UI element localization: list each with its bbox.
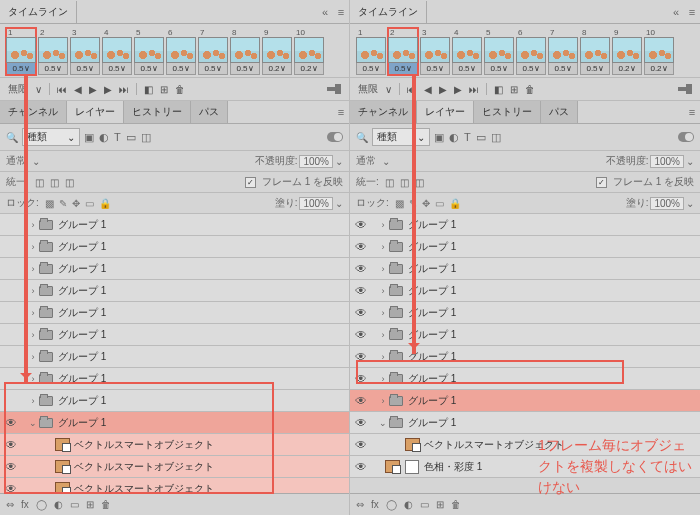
timeline-frame[interactable]: 80.5∨ (580, 28, 610, 75)
unify-vis-icon[interactable]: ◫ (400, 177, 409, 188)
frame-duration[interactable]: 0.5∨ (38, 63, 68, 75)
filter-switch[interactable] (327, 132, 343, 142)
timeline-frame[interactable]: 60.5∨ (516, 28, 546, 75)
layer-group[interactable]: ›グループ 1 (0, 390, 349, 412)
tab-timeline[interactable]: タイムライン (350, 1, 427, 23)
filter-type-icon[interactable]: T (114, 131, 121, 143)
panel-menu-icon[interactable]: ≡ (333, 104, 349, 120)
tab-history[interactable]: ヒストリー (124, 101, 191, 123)
visibility-icon[interactable]: 👁 (0, 460, 22, 474)
fx-icon[interactable]: fx (371, 499, 379, 510)
chevron-right-icon[interactable]: › (28, 308, 38, 318)
layer-group[interactable]: ›グループ 1 (0, 280, 349, 302)
visibility-icon[interactable]: 👁 (350, 262, 372, 276)
tab-channel[interactable]: チャンネル (350, 101, 417, 123)
timeline-frame[interactable]: 80.5∨ (230, 28, 260, 75)
layer-group[interactable]: ›グループ 1 (0, 368, 349, 390)
tab-timeline[interactable]: タイムライン (0, 1, 77, 23)
visibility-icon[interactable]: 👁 (350, 306, 372, 320)
kind-filter-select[interactable]: 種類⌄ (372, 128, 430, 146)
chevron-right-icon[interactable]: › (28, 286, 38, 296)
frame-duration[interactable]: 0.5∨ (484, 63, 514, 75)
timeline-frame[interactable]: 10.5∨ (356, 28, 386, 75)
chevron-right-icon[interactable]: › (28, 264, 38, 274)
visibility-icon[interactable]: 👁 (350, 394, 372, 408)
frame-duration[interactable]: 0.5∨ (420, 63, 450, 75)
frame-duration[interactable]: 0.5∨ (580, 63, 610, 75)
timeline-frame[interactable]: 10.5∨ (6, 28, 36, 75)
delete-layer-icon[interactable]: 🗑 (101, 499, 111, 510)
visibility-icon[interactable]: 👁 (350, 328, 372, 342)
layer-group[interactable]: 👁›グループ 1 (350, 324, 700, 346)
chevron-right-icon[interactable]: › (28, 242, 38, 252)
layer-smartobject[interactable]: 👁ベクトルスマートオブジェクト (0, 434, 349, 456)
collapse-icon[interactable]: « (317, 4, 333, 20)
frame-duration[interactable]: 0.5∨ (516, 63, 546, 75)
frame-duration[interactable]: 0.5∨ (452, 63, 482, 75)
chevron-down-icon[interactable]: ⌄ (28, 418, 38, 428)
panel-menu-icon[interactable]: ≡ (684, 104, 700, 120)
chevron-right-icon[interactable]: › (28, 352, 38, 362)
panel-menu-icon[interactable]: ≡ (333, 4, 349, 20)
tween-icon[interactable]: ◧ (144, 84, 153, 95)
tab-layer[interactable]: レイヤー (67, 101, 124, 123)
lock-nest-icon[interactable]: ▭ (435, 198, 444, 209)
link-icon[interactable]: ⇔ (356, 499, 364, 510)
timeline-frame[interactable]: 90.2∨ (612, 28, 642, 75)
chevron-right-icon[interactable]: › (28, 220, 38, 230)
unify-style-icon[interactable]: ◫ (65, 177, 74, 188)
chevron-right-icon[interactable]: › (378, 308, 388, 318)
loop-select[interactable]: 無限 (358, 82, 378, 96)
chevron-right-icon[interactable]: › (378, 220, 388, 230)
layer-group[interactable]: 👁⌄グループ 1 (350, 412, 700, 434)
last-frame-icon[interactable]: ⏭ (469, 84, 479, 95)
filter-image-icon[interactable]: ▣ (84, 131, 94, 144)
mask-icon[interactable]: ◯ (36, 499, 47, 510)
lock-trans-icon[interactable]: ▩ (395, 198, 404, 209)
visibility-icon[interactable]: 👁 (350, 350, 372, 364)
filter-type-icon[interactable]: T (464, 131, 471, 143)
convert-timeline-icon[interactable] (678, 84, 692, 94)
frame-duration[interactable]: 0.5∨ (6, 63, 36, 75)
group-icon[interactable]: ▭ (70, 499, 79, 510)
timeline-frame[interactable]: 70.5∨ (198, 28, 228, 75)
frame-duration[interactable]: 0.5∨ (134, 63, 164, 75)
new-layer-icon[interactable]: ⊞ (436, 499, 444, 510)
opacity-input[interactable]: 100% (650, 155, 684, 168)
layer-group[interactable]: 👁›グループ 1 (350, 280, 700, 302)
chevron-right-icon[interactable]: › (378, 352, 388, 362)
lock-pos-icon[interactable]: ✥ (422, 198, 430, 209)
opacity-input[interactable]: 100% (299, 155, 333, 168)
filter-image-icon[interactable]: ▣ (434, 131, 444, 144)
chevron-right-icon[interactable]: › (378, 396, 388, 406)
visibility-icon[interactable]: 👁 (350, 218, 372, 232)
group-icon[interactable]: ▭ (420, 499, 429, 510)
fill-input[interactable]: 100% (650, 197, 684, 210)
adjust-icon[interactable]: ◐ (404, 499, 413, 510)
tween-icon[interactable]: ◧ (494, 84, 503, 95)
filter-switch[interactable] (678, 132, 694, 142)
first-frame-icon[interactable]: ⏮ (57, 84, 67, 95)
layer-group[interactable]: 👁⌄グループ 1 (0, 412, 349, 434)
chevron-down-icon[interactable]: ⌄ (378, 418, 388, 428)
chevron-right-icon[interactable]: › (28, 396, 38, 406)
prev-frame-icon[interactable]: ◀ (74, 84, 82, 95)
layer-group[interactable]: ›グループ 1 (0, 214, 349, 236)
blend-mode-select[interactable]: 通常 (6, 154, 26, 168)
new-layer-icon[interactable]: ⊞ (86, 499, 94, 510)
timeline-frame[interactable]: 50.5∨ (484, 28, 514, 75)
layer-group[interactable]: ›グループ 1 (0, 302, 349, 324)
filter-adjust-icon[interactable]: ◐ (449, 131, 459, 144)
frame-duration[interactable]: 0.5∨ (356, 63, 386, 75)
layer-group[interactable]: 👁›グループ 1 (350, 368, 700, 390)
visibility-icon[interactable]: 👁 (0, 416, 22, 430)
duplicate-frame-icon[interactable]: ⊞ (160, 84, 168, 95)
lock-paint-icon[interactable]: ✎ (59, 198, 67, 209)
chevron-right-icon[interactable]: › (378, 374, 388, 384)
lock-nest-icon[interactable]: ▭ (85, 198, 94, 209)
chevron-right-icon[interactable]: › (378, 242, 388, 252)
timeline-frame[interactable]: 20.5∨ (38, 28, 68, 75)
delete-frame-icon[interactable]: 🗑 (175, 84, 185, 95)
visibility-icon[interactable]: 👁 (350, 240, 372, 254)
visibility-icon[interactable]: 👁 (350, 416, 372, 430)
